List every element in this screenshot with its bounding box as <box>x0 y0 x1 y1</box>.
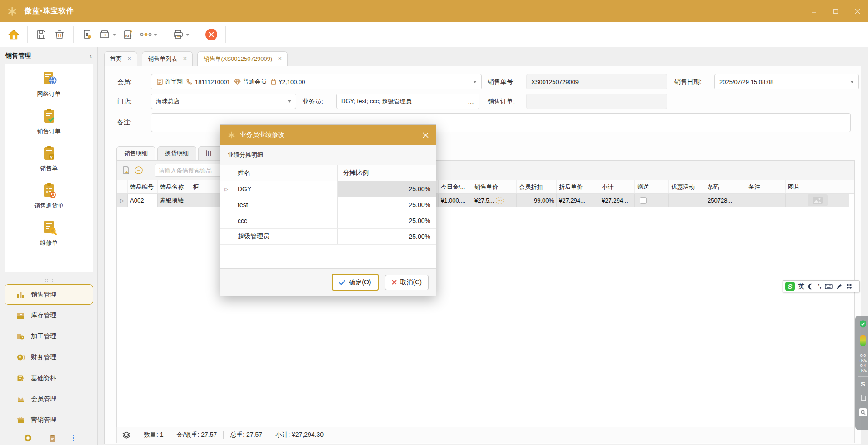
item-note[interactable] <box>746 194 786 207</box>
item-name[interactable]: 素银项链 <box>158 194 190 207</box>
maximize-button[interactable] <box>832 7 840 15</box>
dialog-row[interactable]: ▷ DGY 25.00% <box>220 181 436 197</box>
column-header[interactable]: 备注 <box>746 180 786 193</box>
salesman-name[interactable]: DGY <box>232 181 338 197</box>
kpi-button[interactable]: KPI <box>119 25 137 44</box>
salesman-name[interactable]: ccc <box>232 213 338 228</box>
tab-close-icon[interactable]: ✕ <box>127 56 131 62</box>
transfer-button[interactable] <box>96 25 119 44</box>
clipboard-icon[interactable] <box>49 434 56 442</box>
share-ratio[interactable]: 25.00% <box>338 213 436 228</box>
gift-checkbox[interactable] <box>640 197 647 204</box>
search-magnifier-icon[interactable] <box>859 408 867 416</box>
tab-close-icon[interactable]: ✕ <box>278 56 282 62</box>
cancel-button[interactable]: 取消(C) <box>385 275 429 290</box>
handwriting-icon[interactable] <box>836 283 843 289</box>
price-detail-icon[interactable]: ⋯ <box>496 197 504 204</box>
settings-gear-icon[interactable] <box>24 434 32 442</box>
column-header[interactable]: 折后单价 <box>557 180 599 193</box>
name-column-header[interactable]: 姓名 <box>232 165 338 181</box>
column-header[interactable]: 会员折扣 <box>517 180 557 193</box>
item-price[interactable]: ¥27,5...⋯ <box>472 194 517 207</box>
share-ratio[interactable]: 25.00% <box>338 197 436 213</box>
shortcut-repair[interactable]: 维修单 <box>40 220 58 247</box>
chevron-down-icon[interactable] <box>473 81 477 83</box>
date-picker[interactable]: 2025/07/29 15:08:08 <box>714 74 859 89</box>
print-button[interactable] <box>170 25 192 44</box>
sogou-logo-icon[interactable]: S <box>785 282 795 291</box>
delete-button[interactable] <box>50 25 69 44</box>
menu-processing[interactable]: 加工管理 <box>5 326 93 346</box>
column-header[interactable]: 图片 <box>786 180 849 193</box>
tab-close-icon[interactable]: ✕ <box>183 56 187 62</box>
chevron-down-icon[interactable] <box>850 81 854 83</box>
tab-sales-detail[interactable]: 销售明细 <box>116 146 155 160</box>
menu-sales[interactable]: 销售管理 <box>5 284 93 305</box>
item-discount[interactable]: 99.00% <box>517 194 557 207</box>
item-gold-price[interactable]: ¥1,000.... <box>439 194 472 207</box>
menu-marketing[interactable]: 营销管理 <box>5 410 93 430</box>
tab-exchange-detail[interactable]: 换货明细 <box>157 146 196 160</box>
sogou-s-icon[interactable]: S <box>861 380 865 388</box>
keyboard-icon[interactable] <box>825 284 833 289</box>
add-item-icon[interactable] <box>121 166 130 175</box>
store-select[interactable]: 海珠总店 <box>151 94 296 109</box>
row-expand-icon[interactable]: ▷ <box>120 198 124 203</box>
column-header[interactable]: 饰品名称 <box>158 180 190 193</box>
column-header[interactable]: 小计 <box>599 180 635 193</box>
column-header[interactable]: 条码 <box>705 180 746 193</box>
row-expand-icon[interactable]: ▷ <box>224 187 228 192</box>
payment-button[interactable] <box>78 25 96 44</box>
shortcut-web-order[interactable]: 网络订单 <box>37 71 61 98</box>
dialog-row[interactable]: ccc 25.00% <box>220 213 436 229</box>
item-barcode[interactable]: 250728... <box>705 194 746 207</box>
menu-finance[interactable]: ¥ 财务管理 <box>5 347 93 367</box>
punctuation-icon[interactable]: ’, <box>818 283 821 290</box>
layers-icon[interactable] <box>122 431 130 439</box>
toolbox-grid-icon[interactable] <box>846 283 852 289</box>
item-subtotal[interactable]: ¥27,294... <box>599 194 635 207</box>
dialog-row[interactable]: 超级管理员 25.00% <box>220 229 436 245</box>
net-speed[interactable]: 0.0 ↑K/s 0.4 ↓K/s <box>859 353 867 373</box>
home-button[interactable] <box>5 25 23 44</box>
shortcut-sales-order[interactable]: 销售订单 <box>37 108 61 135</box>
member-combobox[interactable]: 许宇翔 18111210001 普通会员 ¥2,100.00 <box>151 74 482 89</box>
tab-sales-slip[interactable]: 销售单(XS001250729009) ✕ <box>197 51 288 66</box>
remove-item-icon[interactable] <box>134 166 143 175</box>
item-promo[interactable] <box>669 194 705 207</box>
shortcut-sales-return[interactable]: 销售退货单 <box>34 183 64 210</box>
moon-icon[interactable] <box>808 283 814 290</box>
shield-check-icon[interactable] <box>859 320 867 328</box>
more-actions-button[interactable] <box>137 25 160 44</box>
ok-button[interactable]: 确定(O) <box>332 274 378 291</box>
column-header[interactable]: 今日金/... <box>439 180 472 193</box>
ime-lang-mode[interactable]: 英 <box>798 282 804 291</box>
salesman-name[interactable]: 超级管理员 <box>232 229 338 244</box>
dialog-row[interactable]: test 25.00% <box>220 197 436 213</box>
dialog-header[interactable]: 业务员业绩修改 <box>220 125 436 145</box>
menu-basic-data[interactable]: 基础资料 <box>5 368 93 388</box>
share-ratio[interactable]: 25.00% <box>338 229 436 244</box>
salesman-more-button[interactable]: … <box>468 98 474 105</box>
dialog-close-icon[interactable] <box>423 132 429 138</box>
menu-members[interactable]: 会员管理 <box>5 389 93 409</box>
item-discounted-price[interactable]: ¥27,294... <box>557 194 599 207</box>
performance-gauge-icon[interactable] <box>860 335 866 346</box>
ratio-column-header[interactable]: 分摊比例 <box>338 165 436 181</box>
sidebar-collapse-button[interactable]: ‹ <box>90 52 92 59</box>
item-code[interactable]: A002 <box>128 194 158 207</box>
chevron-down-icon[interactable] <box>154 34 157 36</box>
more-vertical-icon[interactable] <box>73 435 74 441</box>
column-header[interactable]: 优惠活动 <box>669 180 705 193</box>
salesman-field[interactable]: DGY; test; ccc; 超级管理员 … <box>336 94 479 109</box>
chevron-down-icon[interactable] <box>186 34 190 36</box>
column-header[interactable]: 赠送 <box>635 180 669 193</box>
item-image-placeholder[interactable] <box>808 194 828 206</box>
minimize-button[interactable] <box>810 7 818 15</box>
chevron-down-icon[interactable] <box>288 100 291 103</box>
close-document-button[interactable] <box>202 25 221 44</box>
tab-home[interactable]: 首页 ✕ <box>104 51 137 66</box>
close-window-button[interactable] <box>853 7 862 15</box>
salesman-name[interactable]: test <box>232 197 338 213</box>
shortcut-sales-slip[interactable]: ¥ 销售单 <box>40 145 58 173</box>
